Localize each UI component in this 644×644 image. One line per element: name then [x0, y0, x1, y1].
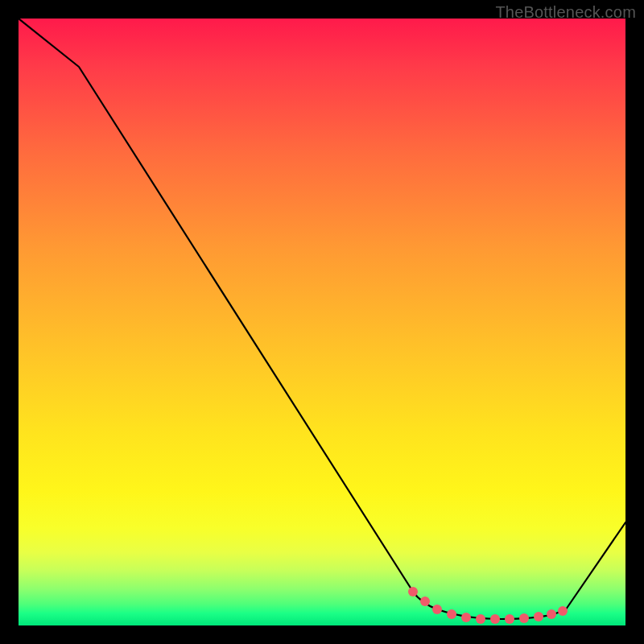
plot-area — [19, 19, 625, 625]
svg-point-3 — [447, 609, 456, 619]
svg-point-11 — [558, 606, 568, 616]
svg-point-8 — [519, 613, 529, 623]
svg-point-0 — [408, 587, 418, 597]
svg-point-7 — [505, 614, 514, 624]
svg-point-9 — [534, 612, 543, 621]
bottleneck-curve — [19, 19, 625, 625]
svg-point-4 — [461, 613, 471, 622]
svg-point-5 — [476, 614, 485, 624]
svg-point-2 — [432, 605, 442, 614]
chart-stage: TheBottleneck.com — [0, 0, 644, 644]
curve-path — [19, 19, 625, 619]
svg-point-10 — [547, 609, 556, 619]
svg-point-6 — [490, 614, 500, 624]
watermark-label: TheBottleneck.com — [495, 3, 636, 22]
svg-point-1 — [420, 597, 430, 606]
